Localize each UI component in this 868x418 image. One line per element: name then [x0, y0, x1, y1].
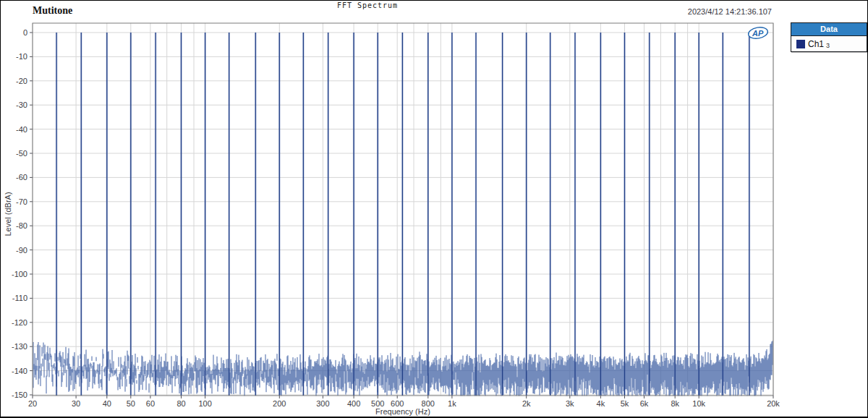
x-tick-label: 300 — [316, 399, 329, 407]
x-tick-label: 40 — [103, 399, 111, 407]
y-tick-label: 0 — [23, 28, 27, 37]
y-tick-label: -40 — [16, 125, 27, 134]
y-tick-label: -30 — [16, 101, 27, 109]
x-tick-label: 6k — [640, 399, 649, 407]
fft-spectrum-window: Mutitone FFT Spectrum 2023/4/12 14:21:36… — [0, 0, 868, 418]
tone-lines — [56, 33, 749, 396]
y-tick-label: -130 — [12, 342, 27, 351]
x-tick-label: 100 — [198, 399, 211, 407]
x-tick-label: 2k — [522, 399, 531, 407]
fft-plot-area[interactable]: 0-10-20-30-40-50-60-70-80-90-100-110-120… — [1, 1, 789, 407]
x-tick-label: 1k — [448, 399, 456, 407]
legend-entry-ch1[interactable]: Ch1 3 — [791, 36, 867, 51]
legend-header: Data — [791, 23, 867, 36]
y-tick-label: -20 — [16, 77, 27, 85]
x-tick-label: 600 — [391, 399, 404, 407]
y-tick-label: -150 — [12, 391, 27, 399]
y-tick-label: -110 — [12, 294, 27, 302]
x-tick-label: 800 — [422, 399, 435, 407]
x-tick-label: 20 — [28, 399, 37, 407]
svg-text:AP: AP — [752, 29, 764, 38]
x-tick-label: 500 — [371, 399, 384, 407]
x-tick-label: 3k — [566, 399, 574, 407]
y-tick-label: -10 — [16, 52, 27, 61]
ap-logo-icon: AP — [747, 26, 768, 40]
x-tick-label: 5k — [621, 399, 629, 407]
x-tick-label: 400 — [347, 399, 360, 407]
y-tick-label: -120 — [12, 318, 27, 327]
y-tick-label: -100 — [12, 270, 27, 278]
axis-ticks — [30, 33, 773, 398]
x-tick-label: 60 — [146, 399, 155, 407]
y-tick-label: -60 — [16, 173, 27, 182]
x-tick-label: 8k — [671, 399, 679, 407]
x-axis-title: Frequency (Hz) — [33, 407, 773, 416]
x-tick-label: 20k — [767, 399, 780, 407]
y-axis-title: Level (dBrA) — [4, 185, 12, 243]
x-tick-label: 50 — [127, 399, 135, 407]
x-tick-label: 80 — [176, 399, 185, 407]
legend-panel: Data Ch1 3 — [791, 22, 867, 52]
y-tick-label: -90 — [16, 246, 27, 255]
legend-entry-sub: 3 — [826, 42, 830, 49]
x-tick-label: 30 — [72, 399, 80, 407]
x-tick-label: 200 — [273, 399, 286, 407]
legend-entry-label: Ch1 — [808, 39, 824, 49]
y-tick-label: -140 — [12, 367, 27, 375]
y-tick-label: -80 — [16, 221, 27, 230]
x-tick-label: 4k — [597, 399, 605, 407]
y-tick-label: -70 — [16, 197, 27, 206]
legend-swatch-icon — [796, 40, 805, 48]
y-tick-label: -50 — [16, 149, 27, 158]
x-tick-label: 10k — [692, 399, 705, 407]
